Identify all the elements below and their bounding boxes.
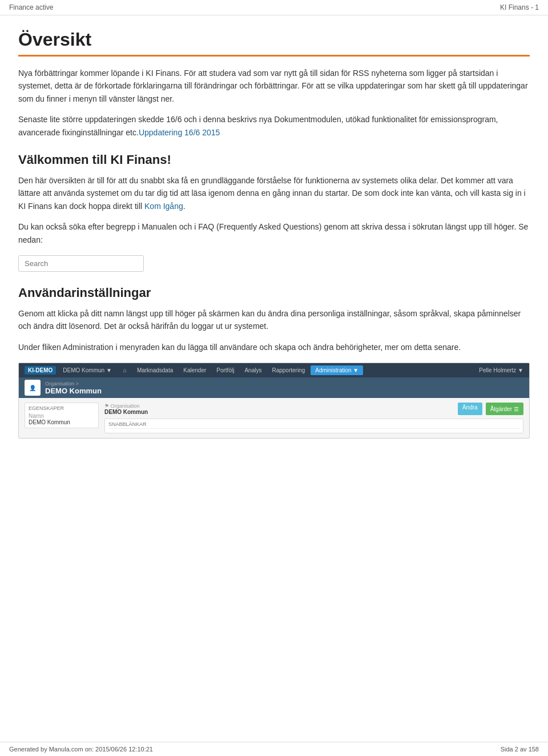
app-name-value-row: DEMO Kommun — [29, 419, 95, 425]
user-settings-heading: Användarinställningar — [18, 285, 530, 300]
app-nav-user[interactable]: Pelle Holmertz ▼ — [479, 367, 523, 373]
search-box-container — [18, 255, 530, 272]
top-bar-left: Finance active — [9, 3, 53, 11]
app-atgarder-btn[interactable]: Åtgärder ☰ — [486, 403, 523, 415]
app-navbar-left: KI-DEMO DEMO Kommun ▼ ⌂ Marknadsdata Kal… — [25, 365, 363, 375]
app-snabblankar-label: Snabblänkar — [108, 421, 519, 429]
app-name-field-row: Namn — [29, 413, 95, 419]
period-text: . — [183, 202, 186, 211]
app-brand-label: KI-DEMO — [25, 366, 56, 375]
app-org-parent: Organisation > — [45, 381, 102, 387]
nav-home[interactable]: ⌂ — [119, 365, 131, 375]
intro-paragraph: Nya förbättringar kommer löpande i KI Fi… — [18, 67, 530, 105]
app-org-label: DEMO Kommun ▼ — [63, 367, 111, 373]
admin-paragraph: Under fliken Administration i menyraden … — [18, 341, 530, 353]
app-navbar: KI-DEMO DEMO Kommun ▼ ⌂ Marknadsdata Kal… — [19, 363, 529, 377]
app-andra-btn[interactable]: Ändra — [458, 403, 482, 415]
app-nav-items: ⌂ Marknadsdata Kalender Portfölj Analys … — [119, 365, 363, 375]
app-left-section: Egenskaper Namn DEMO Kommun — [25, 403, 99, 428]
page-title: Översikt — [18, 29, 530, 57]
nav-analys[interactable]: Analys — [240, 365, 266, 375]
top-bar-right: KI Finans - 1 — [500, 3, 539, 11]
app-subbar: 👤 Organisation > DEMO Kommun — [19, 377, 529, 398]
app-screenshot: KI-DEMO DEMO Kommun ▼ ⌂ Marknadsdata Kal… — [18, 363, 530, 439]
top-bar: Finance active KI Finans - 1 — [0, 0, 548, 15]
app-name-field-label: Namn — [29, 413, 63, 419]
atgarder-icon: ☰ — [514, 406, 519, 412]
update-link[interactable]: Uppdatering 16/6 2015 — [139, 128, 220, 137]
nav-kalender[interactable]: Kalender — [179, 365, 211, 375]
app-name-field-value: DEMO Kommun — [29, 419, 70, 425]
welcome-paragraph: Den här översikten är till för att du sn… — [18, 174, 530, 212]
search-intro-paragraph: Du kan också söka efter begrepp i Manual… — [18, 220, 530, 246]
update-paragraph: Senaste lite större uppdateringen skedde… — [18, 113, 530, 139]
main-content: Översikt Nya förbättringar kommer löpand… — [0, 15, 548, 498]
nav-marknadsdata[interactable]: Marknadsdata — [132, 365, 178, 375]
app-content: Egenskaper Namn DEMO Kommun ⚑ Organisati… — [19, 398, 529, 438]
footer-left: Generated by Manula.com on: 2015/06/26 1… — [9, 746, 153, 753]
nav-rapportering[interactable]: Rapportering — [267, 365, 309, 375]
search-input[interactable] — [18, 255, 144, 272]
welcome-heading: Välkommen till KI Finans! — [18, 152, 530, 167]
footer-right: Sida 2 av 158 — [501, 746, 539, 753]
settings-paragraph: Genom att klicka på ditt namn längst upp… — [18, 307, 530, 333]
welcome-text: Den här översikten är till för att du sn… — [18, 176, 526, 211]
app-right-top: ⚑ Organisation DEMO Kommun Ändra Åtgärde… — [104, 403, 523, 415]
app-org-info: Organisation > DEMO Kommun — [45, 381, 102, 395]
app-left-section-label: Egenskaper — [29, 405, 95, 411]
nav-portfolj[interactable]: Portfölj — [212, 365, 239, 375]
app-org-right: ⚑ Organisation DEMO Kommun — [104, 403, 148, 415]
app-right-panel: ⚑ Organisation DEMO Kommun Ändra Åtgärde… — [104, 403, 523, 433]
app-snabblankar-section: Snabblänkar — [104, 419, 523, 433]
app-left-panel: Egenskaper Namn DEMO Kommun — [25, 403, 99, 433]
nav-administration[interactable]: Administration ▼ — [311, 365, 363, 375]
app-org-icon: 👤 — [25, 380, 41, 396]
app-org-name: DEMO Kommun — [45, 387, 102, 395]
kom-igang-link[interactable]: Kom Igång — [144, 202, 183, 211]
update-text: Senaste lite större uppdateringen skedde… — [18, 115, 498, 136]
footer-bar: Generated by Manula.com on: 2015/06/26 1… — [0, 742, 548, 756]
intro-text: Nya förbättringar kommer löpande i KI Fi… — [18, 69, 528, 103]
